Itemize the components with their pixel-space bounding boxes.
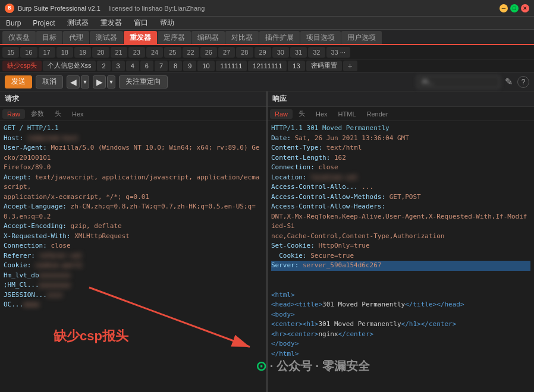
menu-burp[interactable]: Burp <box>4 18 23 29</box>
main-content: 请求 Raw 参数 头 Hex GET / HTTP/1.1 Host: red… <box>0 91 534 392</box>
num-tab-24[interactable]: 24 <box>146 47 163 58</box>
named-tab-2[interactable]: 2 <box>97 61 110 71</box>
tab-target[interactable]: 目标 <box>36 31 62 44</box>
menu-bar: Burp Project 测试器 重发器 窗口 帮助 <box>0 17 534 30</box>
menu-repeater[interactable]: 重发器 <box>98 17 124 29</box>
response-content[interactable]: HTTP/1.1 301 Moved Permanently Date: Sat… <box>268 121 534 392</box>
tab-proxy[interactable]: 代理 <box>63 31 89 44</box>
request-panel-header: 请求 <box>0 91 266 107</box>
named-tab-13[interactable]: 13 <box>288 61 304 71</box>
named-tab-3[interactable]: 3 <box>112 61 125 71</box>
next-button[interactable]: ▶ <box>93 75 106 88</box>
app-title: Burp Suite Professional v2.1 <box>18 5 100 12</box>
num-tab-16[interactable]: 16 <box>20 47 37 58</box>
response-panel-header: 响应 <box>268 91 534 107</box>
tab-repeater[interactable]: 重发器 <box>124 31 157 44</box>
menu-window[interactable]: 窗口 <box>131 17 150 29</box>
response-tab-raw[interactable]: Raw <box>270 109 293 119</box>
tab-sequencer[interactable]: 定序器 <box>158 31 191 44</box>
window-controls: ─ □ ✕ <box>500 4 529 12</box>
response-tab-html[interactable]: HTML <box>334 109 361 119</box>
maximize-button[interactable]: □ <box>510 4 519 12</box>
named-tab-8[interactable]: 8 <box>169 61 182 71</box>
named-tab-csp[interactable]: 缺少csp头 <box>2 61 42 71</box>
response-panel-tabs: Raw 头 Hex HTML Render <box>268 107 534 121</box>
app-subtitle: licensed to linshao By:LianZhang <box>109 5 205 12</box>
app-logo: B <box>5 4 14 13</box>
num-tab-17[interactable]: 17 <box>39 47 55 58</box>
request-tab-params[interactable]: 参数 <box>26 108 49 119</box>
menu-project[interactable]: Project <box>30 18 57 29</box>
num-tab-bar: 15 16 17 18 19 20 21 23 24 25 22 26 27 2… <box>0 45 534 59</box>
main-tab-bar: 仪表盘 目标 代理 测试器 重发器 定序器 编码器 对比器 插件扩展 项目选项 … <box>0 30 534 45</box>
tab-project-options[interactable]: 项目选项 <box>300 31 341 44</box>
request-tab-headers[interactable]: 头 <box>50 108 66 119</box>
cancel-button[interactable]: 取消 <box>36 75 63 88</box>
redirect-button[interactable]: 关注重定向 <box>119 75 168 88</box>
num-tab-28[interactable]: 28 <box>236 47 253 58</box>
prev-dropdown[interactable]: ▼ <box>81 75 89 88</box>
response-tab-render[interactable]: Render <box>362 109 393 119</box>
num-tab-25[interactable]: 25 <box>164 47 181 58</box>
request-tab-hex[interactable]: Hex <box>67 109 89 119</box>
named-tab-add[interactable]: + <box>343 61 357 71</box>
num-tab-20[interactable]: 20 <box>92 47 109 58</box>
request-content[interactable]: GET / HTTP/1.1 Host: redacted-host User-… <box>0 121 266 392</box>
named-tab-9[interactable]: 9 <box>183 61 196 71</box>
pencil-icon[interactable]: ✎ <box>504 75 514 88</box>
response-tab-hex[interactable]: Hex <box>311 109 332 119</box>
request-panel-tabs: Raw 参数 头 Hex <box>0 107 266 121</box>
num-tab-26[interactable]: 26 <box>200 47 217 58</box>
tab-decoder[interactable]: 编码器 <box>191 31 225 44</box>
close-button[interactable]: ✕ <box>521 4 529 12</box>
num-tab-18[interactable]: 18 <box>56 47 73 58</box>
title-bar: B Burp Suite Professional v2.1 licensed … <box>0 0 534 17</box>
num-tab-31[interactable]: 31 <box>290 47 307 58</box>
menu-tester[interactable]: 测试器 <box>65 17 91 29</box>
num-tab-19[interactable]: 19 <box>74 47 91 58</box>
num-tab-23[interactable]: 23 <box>128 47 145 58</box>
tab-extensions[interactable]: 插件扩展 <box>259 31 300 44</box>
named-tab-12111111[interactable]: 12111111 <box>248 61 287 71</box>
named-tab-10[interactable]: 10 <box>197 61 214 71</box>
named-tab-bar: 缺少csp头 个人信息处Xss 2 3 4 6 7 8 9 10 111111 … <box>0 59 534 72</box>
next-dropdown[interactable]: ▼ <box>107 75 115 88</box>
title-bar-left: B Burp Suite Professional v2.1 licensed … <box>5 4 205 13</box>
help-icon[interactable]: ? <box>517 76 529 88</box>
toolbar: 发送 取消 ◀ ▼ ▶ ▼ 关注重定向 ✎ ? <box>0 72 534 91</box>
response-tab-headers[interactable]: 头 <box>294 108 310 119</box>
request-body: GET / HTTP/1.1 Host: redacted-host User-… <box>4 124 263 310</box>
named-tab-111111[interactable]: 111111 <box>216 61 247 71</box>
tab-user-options[interactable]: 用户选项 <box>341 31 382 44</box>
prev-button[interactable]: ◀ <box>67 75 80 88</box>
named-tab-password-reset[interactable]: 密码重置 <box>306 61 342 71</box>
num-tab-27[interactable]: 27 <box>218 47 235 58</box>
named-tab-6[interactable]: 6 <box>140 61 153 71</box>
num-tab-29[interactable]: 29 <box>255 47 271 58</box>
search-input[interactable] <box>417 75 500 88</box>
num-tab-15[interactable]: 15 <box>2 47 19 58</box>
num-tab-30[interactable]: 30 <box>272 47 289 58</box>
menu-help[interactable]: 帮助 <box>158 17 177 29</box>
tab-comparer[interactable]: 对比器 <box>225 31 259 44</box>
num-tab-22[interactable]: 22 <box>183 47 199 58</box>
send-button[interactable]: 发送 <box>5 75 32 88</box>
tab-dashboard[interactable]: 仪表盘 <box>2 31 36 44</box>
minimize-button[interactable]: ─ <box>500 4 508 12</box>
num-tab-32[interactable]: 32 <box>308 47 325 58</box>
response-panel: 响应 Raw 头 Hex HTML Render HTTP/1.1 301 Mo… <box>268 91 534 392</box>
tab-scanner[interactable]: 测试器 <box>90 31 123 44</box>
named-tab-xss[interactable]: 个人信息处Xss <box>43 61 96 71</box>
num-tab-33[interactable]: 33 ··· <box>326 47 350 58</box>
named-tab-7[interactable]: 7 <box>155 61 168 71</box>
response-body: HTTP/1.1 301 Moved Permanently Date: Sat… <box>271 124 530 359</box>
request-panel: 请求 Raw 参数 头 Hex GET / HTTP/1.1 Host: red… <box>0 91 268 392</box>
num-tab-21[interactable]: 21 <box>111 47 127 58</box>
request-tab-raw[interactable]: Raw <box>2 109 25 119</box>
annotation-text: 缺少csp报头 <box>54 326 128 346</box>
named-tab-4[interactable]: 4 <box>126 61 139 71</box>
